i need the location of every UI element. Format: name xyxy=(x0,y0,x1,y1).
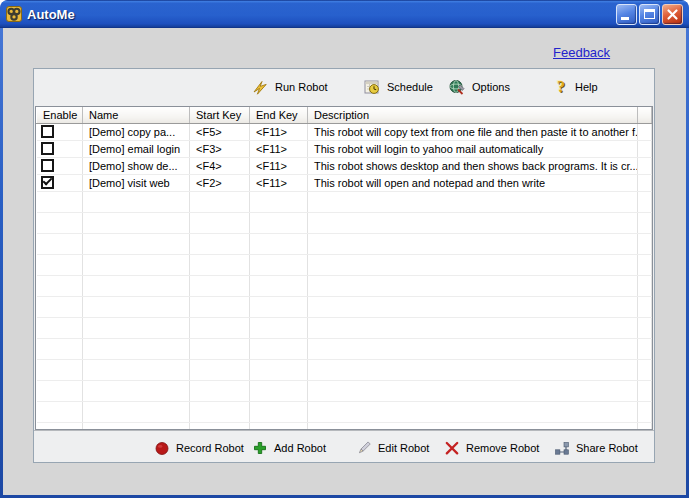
robot-end-key: <F11> xyxy=(250,174,308,191)
help-icon: ? xyxy=(554,78,568,96)
autome-window: AutoMe Feedback xyxy=(0,0,689,498)
robot-end-key: <F11> xyxy=(250,140,308,157)
minimize-button[interactable] xyxy=(616,4,637,25)
empty-row xyxy=(37,338,652,359)
empty-row xyxy=(37,191,652,212)
remove-robot-button[interactable]: Remove Robot xyxy=(444,437,539,459)
schedule-label: Schedule xyxy=(387,81,433,93)
robot-end-key: <F11> xyxy=(250,123,308,140)
window-title: AutoMe xyxy=(27,7,611,22)
empty-row xyxy=(37,254,652,275)
add-robot-label: Add Robot xyxy=(274,442,326,454)
header-filler xyxy=(638,107,652,123)
header-name[interactable]: Name xyxy=(83,107,190,123)
run-robot-icon xyxy=(252,79,268,95)
empty-row xyxy=(37,233,652,254)
edit-robot-label: Edit Robot xyxy=(378,442,429,454)
remove-icon xyxy=(444,440,460,456)
close-button[interactable] xyxy=(662,4,683,25)
edit-icon xyxy=(356,440,372,456)
empty-row xyxy=(37,401,652,422)
run-robot-label: Run Robot xyxy=(275,81,328,93)
add-robot-button[interactable]: Add Robot xyxy=(252,437,326,459)
maximize-icon xyxy=(644,9,655,19)
enable-checkbox[interactable] xyxy=(41,125,54,138)
empty-row xyxy=(37,296,652,317)
enable-checkbox[interactable] xyxy=(41,159,54,172)
header-end-key[interactable]: End Key xyxy=(250,107,308,123)
remove-robot-label: Remove Robot xyxy=(466,442,539,454)
schedule-button[interactable]: Schedule xyxy=(364,76,433,98)
edit-robot-button[interactable]: Edit Robot xyxy=(356,437,429,459)
robot-table: Enable Name Start Key End Key Descriptio… xyxy=(35,106,653,430)
robot-start-key: <F3> xyxy=(190,140,250,157)
robot-description: This robot will login to yahoo mail auto… xyxy=(308,140,638,157)
empty-row xyxy=(37,212,652,233)
add-icon xyxy=(252,440,268,456)
robot-description: This robot will copy text from one file … xyxy=(308,123,638,140)
enable-checkbox[interactable] xyxy=(41,142,54,155)
header-description[interactable]: Description xyxy=(308,107,638,123)
maximize-button[interactable] xyxy=(639,4,660,25)
share-robot-button[interactable]: Share Robot xyxy=(554,437,638,459)
robot-start-key: <F4> xyxy=(190,157,250,174)
robot-name: [Demo] visit web xyxy=(83,174,190,191)
table-row[interactable]: [Demo] copy pa... <F5> <F11> This robot … xyxy=(37,123,652,140)
schedule-icon xyxy=(364,79,380,95)
bottom-action-bar: Record Robot Add Robot xyxy=(34,430,654,462)
titlebar: AutoMe xyxy=(0,0,689,28)
options-button[interactable]: Options xyxy=(449,76,510,98)
window-body: Feedback Run Robot xyxy=(3,28,686,495)
robot-name: [Demo] show de... xyxy=(83,157,190,174)
table-row[interactable]: [Demo] show de... <F4> <F11> This robot … xyxy=(37,157,652,174)
minimize-icon xyxy=(621,17,629,20)
record-icon xyxy=(154,440,170,456)
record-robot-button[interactable]: Record Robot xyxy=(154,437,244,459)
help-button[interactable]: ? Help xyxy=(554,76,598,98)
empty-row xyxy=(37,275,652,296)
main-panel: Run Robot Schedule xyxy=(33,68,655,463)
empty-row xyxy=(37,317,652,338)
robot-start-key: <F5> xyxy=(190,123,250,140)
share-robot-label: Share Robot xyxy=(576,442,638,454)
options-label: Options xyxy=(472,81,510,93)
empty-row xyxy=(37,422,652,430)
record-robot-label: Record Robot xyxy=(176,442,244,454)
robot-description: This robot shows desktop and then shows … xyxy=(308,157,638,174)
empty-row xyxy=(37,380,652,401)
empty-row xyxy=(37,359,652,380)
header-start-key[interactable]: Start Key xyxy=(190,107,250,123)
options-icon xyxy=(449,79,465,95)
enable-checkbox[interactable] xyxy=(41,176,54,189)
robot-description: This robot will open and notepad and the… xyxy=(308,174,638,191)
header-enable[interactable]: Enable xyxy=(37,107,83,123)
feedback-link[interactable]: Feedback xyxy=(553,45,610,60)
robot-start-key: <F2> xyxy=(190,174,250,191)
table-row[interactable]: [Demo] email login <F3> <F11> This robot… xyxy=(37,140,652,157)
robot-name: [Demo] copy pa... xyxy=(83,123,190,140)
robot-name: [Demo] email login xyxy=(83,140,190,157)
run-robot-button[interactable]: Run Robot xyxy=(252,76,328,98)
table-row[interactable]: [Demo] visit web <F2> <F11> This robot w… xyxy=(37,174,652,191)
share-icon xyxy=(554,440,570,456)
close-icon xyxy=(665,7,680,25)
app-icon xyxy=(6,6,22,22)
help-label: Help xyxy=(575,81,598,93)
robot-end-key: <F11> xyxy=(250,157,308,174)
table-header-row: Enable Name Start Key End Key Descriptio… xyxy=(37,107,652,123)
